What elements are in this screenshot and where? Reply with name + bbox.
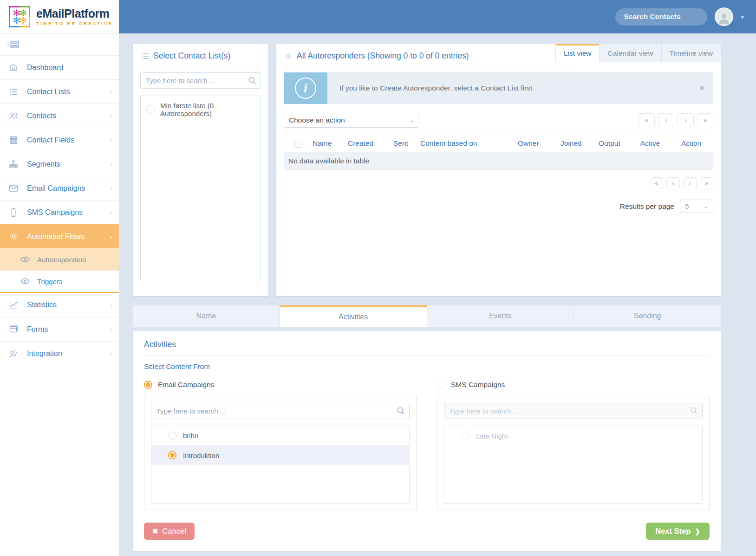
column-header[interactable]: Action — [681, 139, 713, 148]
select-content-from-label: Select Content From — [144, 362, 710, 371]
sidebar-item-label: Contact Lists — [27, 88, 103, 96]
column-header[interactable]: Name — [313, 139, 348, 148]
sidebar-item-statistics[interactable]: Statistics › — [0, 293, 119, 317]
eye-icon — [20, 276, 31, 286]
search-icon — [396, 406, 405, 417]
chart-icon — [7, 300, 20, 310]
sidebar-item-label: Integration — [27, 349, 103, 358]
radio-unselected[interactable] — [146, 105, 155, 114]
contacts-search[interactable] — [615, 8, 707, 26]
gear-icon — [7, 232, 20, 242]
tab-sending[interactable]: Sending — [574, 305, 721, 327]
radio-unselected[interactable] — [437, 381, 445, 389]
page-first-button[interactable]: « — [650, 177, 663, 189]
email-campaign-item-label: bnhn — [183, 432, 198, 440]
chevron-down-icon: ⌄ — [704, 203, 708, 210]
sms-campaign-item[interactable]: Late Night — [444, 426, 702, 446]
sidebar-item-label: SMS Campaigns — [27, 208, 103, 217]
sidebar-item-label: Statistics — [27, 301, 103, 309]
sms-campaign-search-input[interactable] — [444, 403, 703, 419]
sidebar: Dashboard Contact Lists › Contacts › Con… — [0, 33, 119, 556]
contacts-search-input[interactable] — [624, 13, 720, 21]
results-per-page-label: Results per page — [620, 202, 674, 211]
email-campaign-item-selected[interactable]: Introduktion — [151, 446, 409, 465]
page-next-button[interactable]: › — [683, 177, 697, 189]
sidebar-item-contact-fields[interactable]: Contact Fields › — [0, 128, 119, 152]
radio-unselected[interactable] — [168, 432, 176, 440]
contact-list-item[interactable]: Min første liste (0 Autoresponders) — [141, 96, 261, 123]
column-header[interactable]: Owner — [518, 139, 560, 148]
info-icon: i — [295, 78, 316, 99]
sidebar-item-contacts[interactable]: Contacts › — [0, 103, 119, 128]
page-first-button[interactable]: « — [639, 113, 655, 127]
tab-timeline-view[interactable]: Timeline view — [661, 44, 721, 62]
panel-title: All Autoresponders (Showing 0 to 0 of 0 … — [297, 51, 469, 61]
tab-list-view[interactable]: List view — [555, 44, 599, 62]
page-last-button[interactable]: » — [697, 113, 713, 127]
sms-campaigns-option[interactable]: SMS Campaigns — [437, 381, 710, 389]
sidebar-item-contact-lists[interactable]: Contact Lists › — [0, 79, 119, 103]
page-next-button[interactable]: › — [678, 113, 694, 127]
sidebar-item-integration[interactable]: Integration › — [0, 341, 119, 365]
contact-list-search — [140, 72, 261, 89]
page-prev-button[interactable]: ‹ — [658, 113, 674, 127]
sidebar-item-automated-flows[interactable]: Automated Flows › — [0, 224, 119, 248]
column-header[interactable]: Active — [640, 139, 681, 148]
sidebar-item-dashboard[interactable]: Dashboard — [0, 55, 119, 79]
plug-icon — [7, 349, 20, 359]
email-campaigns-option[interactable]: Email Campaigns — [144, 381, 417, 389]
choose-action-select[interactable]: Choose an action ⌄ — [284, 113, 419, 128]
sidebar-collapse-button[interactable] — [0, 34, 119, 55]
table-header-row: Name Created Sent Content based on Owner… — [284, 135, 713, 152]
collapse-menu-icon — [7, 39, 21, 51]
next-step-button[interactable]: Next Step ❯ — [646, 523, 710, 540]
column-header[interactable]: Created — [348, 139, 393, 148]
sidebar-item-label: Contacts — [27, 112, 103, 120]
sidebar-item-label: Forms — [27, 325, 103, 334]
email-campaign-list: bnhn Introduktion — [151, 426, 410, 504]
tab-name[interactable]: Name — [133, 305, 280, 327]
sidebar-item-autoresponders[interactable]: Autoresponders — [0, 248, 119, 271]
hierarchy-icon — [7, 159, 20, 169]
autoresponders-table: Name Created Sent Content based on Owner… — [284, 135, 713, 170]
email-campaign-item-label: Introduktion — [183, 452, 219, 459]
choose-action-value: Choose an action — [289, 116, 345, 124]
email-campaigns-column: Email Campaigns bnhn — [144, 381, 417, 510]
list-icon — [7, 87, 20, 97]
grid-icon — [7, 135, 20, 145]
user-icon — [717, 11, 731, 25]
close-icon[interactable]: ✕ — [699, 84, 705, 92]
search-icon — [248, 76, 257, 86]
sidebar-item-forms[interactable]: Forms › — [0, 317, 119, 341]
sms-campaigns-column: SMS Campaigns Late Night — [437, 381, 710, 510]
account-menu-chevron-icon[interactable]: ▾ — [741, 13, 744, 20]
table-empty-row: No data available in table — [284, 152, 713, 170]
tab-activities[interactable]: Activities — [280, 305, 427, 327]
sidebar-item-triggers[interactable]: Triggers — [0, 271, 119, 293]
contact-list-search-input[interactable] — [140, 72, 261, 89]
user-avatar[interactable] — [715, 7, 733, 26]
column-header[interactable]: Output — [599, 139, 640, 148]
results-per-page-select[interactable]: 5 ⌄ — [680, 200, 713, 213]
select-all-checkbox[interactable] — [294, 140, 302, 148]
email-campaign-item[interactable]: bnhn — [151, 426, 409, 446]
sidebar-item-segments[interactable]: Segments › — [0, 152, 119, 176]
column-header[interactable]: Content based on — [420, 139, 518, 148]
sidebar-item-sms-campaigns[interactable]: SMS Campaigns › — [0, 200, 119, 224]
sidebar-item-email-campaigns[interactable]: Email Campaigns › — [0, 176, 119, 200]
tab-calendar-view[interactable]: Calendar view — [599, 44, 661, 62]
mobile-phone-icon — [7, 207, 20, 218]
chevron-right-icon: › — [110, 208, 112, 216]
cancel-button[interactable]: ✖ Cancel — [144, 523, 195, 540]
radio-selected[interactable] — [144, 381, 152, 389]
radio-selected[interactable] — [168, 451, 176, 459]
column-header[interactable]: Joined — [560, 139, 599, 148]
page-last-button[interactable]: » — [700, 177, 713, 189]
tab-events[interactable]: Events — [427, 305, 574, 327]
page-prev-button[interactable]: ‹ — [666, 177, 680, 189]
view-tabs: List view Calendar view Timeline view — [555, 44, 721, 62]
email-campaign-search-input[interactable] — [151, 403, 410, 419]
column-header[interactable]: Sent — [393, 139, 420, 148]
info-banner-text: If you like to Create Autoresponder, sel… — [339, 84, 699, 92]
chevron-right-icon: › — [110, 88, 112, 96]
